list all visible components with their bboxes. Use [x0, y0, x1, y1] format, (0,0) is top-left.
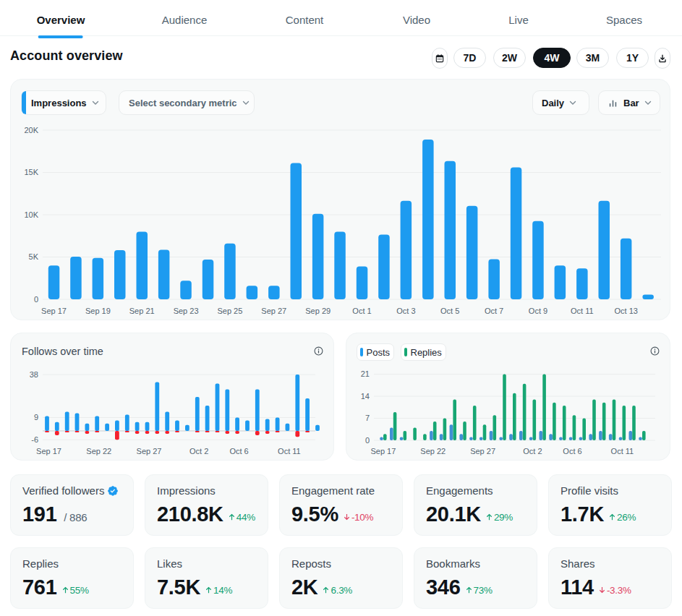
svg-text:5K: 5K	[29, 252, 39, 261]
svg-text:15K: 15K	[24, 168, 38, 176]
svg-text:21: 21	[361, 369, 370, 378]
svg-text:Sep 27: Sep 27	[470, 447, 495, 455]
svg-text:38: 38	[30, 370, 38, 379]
svg-text:Sep 23: Sep 23	[174, 307, 199, 315]
svg-text:20K: 20K	[24, 126, 38, 134]
svg-text:Oct 6: Oct 6	[563, 447, 581, 455]
svg-text:7: 7	[365, 414, 370, 422]
svg-text:Oct 11: Oct 11	[611, 447, 634, 455]
svg-text:Oct 1: Oct 1	[352, 307, 371, 315]
svg-text:Oct 11: Oct 11	[278, 447, 301, 455]
svg-text:Oct 11: Oct 11	[571, 307, 594, 315]
svg-text:Sep 22: Sep 22	[86, 447, 111, 455]
svg-text:Oct 5: Oct 5	[440, 307, 459, 315]
svg-text:Oct 7: Oct 7	[485, 307, 503, 315]
svg-text:Sep 17: Sep 17	[41, 307, 67, 315]
svg-text:14: 14	[361, 392, 370, 401]
svg-text:Sep 17: Sep 17	[36, 447, 61, 455]
svg-text:10K: 10K	[24, 210, 38, 219]
svg-text:Oct 6: Oct 6	[229, 447, 248, 455]
svg-text:9: 9	[34, 413, 38, 422]
svg-text:Oct 3: Oct 3	[396, 307, 415, 315]
svg-text:Sep 19: Sep 19	[85, 307, 111, 315]
svg-text:Oct 2: Oct 2	[523, 447, 542, 455]
svg-text:Sep 22: Sep 22	[420, 447, 446, 455]
svg-text:Sep 17: Sep 17	[370, 447, 396, 455]
svg-text:Sep 27: Sep 27	[261, 307, 286, 315]
svg-text:Sep 25: Sep 25	[217, 307, 242, 315]
svg-text:Oct 2: Oct 2	[189, 447, 208, 455]
svg-text:Sep 21: Sep 21	[129, 307, 155, 315]
svg-text:0: 0	[34, 295, 38, 304]
svg-text:Oct 13: Oct 13	[614, 307, 637, 315]
svg-text:Sep 29: Sep 29	[305, 307, 331, 315]
svg-text:Sep 27: Sep 27	[137, 447, 162, 455]
svg-text:Oct 9: Oct 9	[529, 307, 547, 315]
svg-text:0: 0	[365, 436, 370, 445]
svg-text:-6: -6	[31, 435, 38, 444]
